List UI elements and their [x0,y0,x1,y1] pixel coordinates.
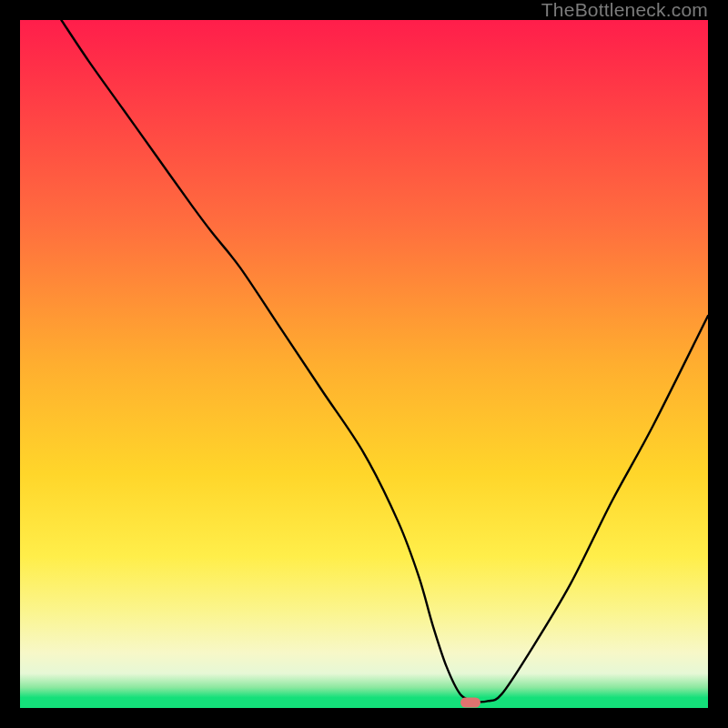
bottleneck-curve-path [61,20,708,702]
watermark-text: TheBottleneck.com [541,0,708,20]
bottleneck-chart: TheBottleneck.com [0,0,728,728]
plot-area [20,20,708,708]
optimal-point-marker [460,697,480,707]
bottleneck-curve-svg [20,20,708,708]
